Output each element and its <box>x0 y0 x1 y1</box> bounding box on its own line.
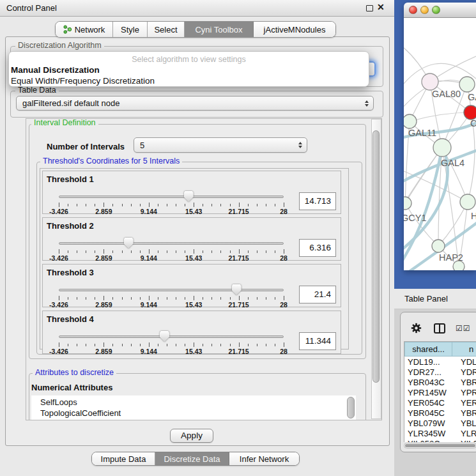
network-node-6[interactable] <box>404 197 411 210</box>
slider-tick <box>194 342 194 347</box>
threshold-slider-thumb[interactable] <box>160 331 169 342</box>
table-horizontal-scrollbar[interactable] <box>404 443 476 449</box>
tab-style[interactable]: Style <box>113 22 148 37</box>
tab-infer-network[interactable]: Infer Network <box>229 452 299 465</box>
node-label-hap2: HAP2 <box>439 252 463 263</box>
slider-tick-label: 21.715 <box>229 254 249 262</box>
tab-label: Infer Network <box>240 454 289 464</box>
network-canvas[interactable]: GAL80GAGAL11CGAL4GCY1HHAP2 <box>404 18 476 270</box>
float-window-icon[interactable] <box>366 5 373 12</box>
number-of-intervals-combobox[interactable]: 5 <box>134 137 307 153</box>
table-cell: YDR2 <box>452 367 476 377</box>
table-row[interactable]: YIL052CYIL0 <box>404 438 476 442</box>
slider-tick <box>59 296 59 300</box>
table-row[interactable]: YDR27...YDR2 <box>404 367 476 377</box>
attribute-item-betweennesscentrality[interactable]: BetweennessCentrality <box>40 418 125 420</box>
slider-tick <box>86 344 86 346</box>
slider-tick <box>122 297 123 300</box>
tab-discretize-data[interactable]: Discretize Data <box>155 452 229 465</box>
slider-tick <box>131 204 132 206</box>
slider-tick <box>104 203 104 207</box>
threshold-slider-thumb[interactable] <box>124 238 134 249</box>
table-data-combobox[interactable]: galFiltered.sif default node <box>16 96 374 111</box>
slider-tick <box>112 297 113 300</box>
main-scrollbar-thumb[interactable] <box>372 130 380 383</box>
table-hscrollbar-thumb[interactable] <box>405 444 475 447</box>
threshold-panel-4: Threshold 4-3.4262.8599.14415.4321.71528… <box>42 311 341 354</box>
attributes-list-scrollbar[interactable] <box>347 397 355 418</box>
network-node-8[interactable] <box>432 240 445 252</box>
network-graph-icon <box>63 25 72 34</box>
slider-tick <box>275 204 275 206</box>
zoom-button[interactable] <box>432 6 440 14</box>
network-node-1[interactable] <box>422 73 438 90</box>
table-cell: YDL1 <box>452 357 476 367</box>
slider-tick <box>149 296 150 300</box>
network-node-2[interactable] <box>459 77 475 92</box>
tab-jactivemnodules[interactable]: jActiveMNodules <box>254 22 335 37</box>
slider-tick <box>203 344 203 346</box>
tab-network[interactable]: Network <box>56 22 113 37</box>
main-scrollbar[interactable] <box>371 119 381 419</box>
minimize-button[interactable] <box>420 6 429 14</box>
table-cell: YDR27... <box>404 367 452 377</box>
threshold-value-input[interactable]: 11.344 <box>299 332 336 350</box>
close-icon[interactable]: ✕ <box>377 2 385 12</box>
threshold-slider-thumb[interactable] <box>184 191 194 202</box>
network-window-titlebar[interactable] <box>404 3 476 18</box>
threshold-slider-track[interactable] <box>59 335 284 338</box>
table-row[interactable]: YDL19...YDL1 <box>404 357 476 367</box>
slider-tick <box>149 249 150 254</box>
attribute-item-selfloops[interactable]: SelfLoops <box>40 397 77 408</box>
threshold-value-input[interactable]: 21.4 <box>299 286 336 303</box>
close-button[interactable] <box>409 6 417 14</box>
apply-button[interactable]: Apply <box>170 429 213 443</box>
tab-impute-data[interactable]: Impute Data <box>92 452 155 465</box>
slider-tick <box>275 297 275 300</box>
attribute-item-topologicalcoefficient[interactable]: TopologicalCoefficient <box>40 408 121 418</box>
table-row[interactable]: YPR145WYPR1 <box>404 387 476 397</box>
slider-tick <box>284 296 284 300</box>
settings-gear-icon[interactable] <box>411 323 422 335</box>
network-node-4[interactable] <box>404 114 417 128</box>
slider-tick-label: 9.144 <box>141 208 157 215</box>
threshold-slider-thumb[interactable] <box>232 284 242 295</box>
threshold-slider-track[interactable] <box>59 242 284 245</box>
slider-tick <box>266 344 266 346</box>
table-row[interactable]: YBR043CYBR0 <box>404 377 476 387</box>
slider-tick <box>140 204 141 206</box>
table-row[interactable]: YBL079WYBL0 <box>404 418 476 428</box>
table-cell: YLR345W <box>404 429 452 438</box>
control-panel-titlebar[interactable]: Control Panel ✕ <box>0 0 394 17</box>
table-row[interactable]: YER054CYER0 <box>404 397 476 408</box>
threshold-value-input[interactable]: 6.316 <box>299 239 336 257</box>
threshold-value-input[interactable]: 14.713 <box>299 192 336 210</box>
slider-tick-label: -3.426 <box>49 254 68 262</box>
algorithm-popup: Select algorithm to view settings Manual… <box>8 51 369 87</box>
interval-definition-title: Interval Definition <box>31 119 98 127</box>
algorithm-option-manual-discretization[interactable]: Manual Discretization <box>11 65 100 75</box>
network-node-5[interactable] <box>433 139 451 157</box>
table-row[interactable]: YLR345WYLR3 <box>404 428 476 438</box>
threshold-slider-track[interactable] <box>59 196 284 198</box>
slider-tick <box>122 250 123 253</box>
threshold-slider-track[interactable] <box>59 289 284 291</box>
slider-tick-label: 2.859 <box>95 208 112 215</box>
slider-tick <box>203 297 203 300</box>
tab-cyni-toolbox[interactable]: Cyni Toolbox <box>185 22 254 37</box>
column-header-n[interactable]: n <box>452 342 476 357</box>
slider-tick <box>149 203 150 207</box>
network-node-3[interactable] <box>464 105 476 119</box>
slider-tick <box>239 203 240 207</box>
slider-tick <box>131 250 132 253</box>
numerical-attributes-list[interactable]: SelfLoopsTopologicalCoefficientBetweenne… <box>31 395 356 420</box>
column-layout-icon[interactable] <box>434 323 445 334</box>
network-node-7[interactable] <box>460 194 475 210</box>
table-row[interactable]: YBR045CYBR0 <box>404 408 476 418</box>
column-header-shared[interactable]: shared... <box>404 342 452 357</box>
slider-tick <box>95 297 95 300</box>
slider-tick <box>122 344 123 346</box>
algorithm-option-equal-width-frequency-discretization[interactable]: Equal Width/Frequency Discretization <box>11 75 155 86</box>
tab-select[interactable]: Select <box>148 22 185 37</box>
select-columns-checkboxes-icon[interactable]: ☑☑ <box>456 324 471 333</box>
